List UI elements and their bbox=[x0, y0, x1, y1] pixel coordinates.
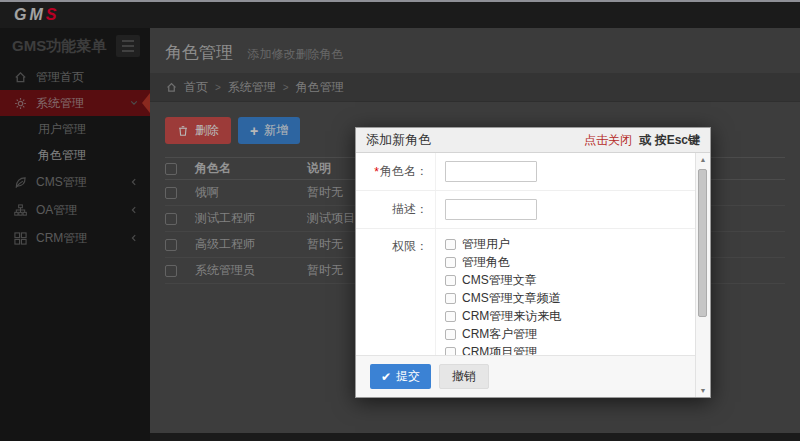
role-name-input[interactable] bbox=[445, 161, 537, 182]
modal-footer: ✔ 提交 撤销 bbox=[356, 355, 695, 397]
permission-item[interactable]: CRM管理来访来电 bbox=[445, 307, 561, 325]
check-icon: ✔ bbox=[381, 370, 391, 384]
role-name-label: * 角色名： bbox=[356, 153, 436, 190]
permission-checkbox[interactable] bbox=[445, 239, 456, 250]
permissions-label-text: 权限： bbox=[392, 238, 428, 255]
modal-body: * 角色名： 描述： 权限： 管理用户 管理角色 bbox=[356, 153, 695, 355]
modal-header: 添加新角色 点击关闭 或 按Esc键 bbox=[356, 128, 710, 153]
submit-button[interactable]: ✔ 提交 bbox=[370, 364, 431, 389]
required-mark: * bbox=[374, 165, 379, 179]
permission-label: CRM管理来访来电 bbox=[462, 308, 561, 325]
modal-close-area: 点击关闭 或 按Esc键 bbox=[584, 132, 700, 149]
scroll-down-icon[interactable]: ▼ bbox=[696, 387, 710, 394]
modal-close-hint: 或 按Esc键 bbox=[639, 133, 700, 147]
permission-checkbox[interactable] bbox=[445, 329, 456, 340]
permissions-list: 管理用户 管理角色 CMS管理文章 CMS管理文章频道 CRM管理来访来电 bbox=[445, 235, 561, 355]
permission-checkbox[interactable] bbox=[445, 311, 456, 322]
modal-close-link[interactable]: 点击关闭 bbox=[584, 133, 632, 147]
add-role-modal: 添加新角色 点击关闭 或 按Esc键 * 角色名： 描述： 权限： bbox=[355, 127, 711, 398]
permission-label: CMS管理文章频道 bbox=[462, 290, 561, 307]
permission-item[interactable]: 管理角色 bbox=[445, 253, 561, 271]
cancel-button-label: 撤销 bbox=[452, 369, 476, 383]
scrollbar-thumb[interactable] bbox=[698, 169, 707, 317]
scroll-up-icon[interactable]: ▲ bbox=[696, 156, 710, 163]
description-row: 描述： bbox=[356, 191, 695, 229]
permission-label: CRM客户管理 bbox=[462, 326, 537, 343]
cancel-button[interactable]: 撤销 bbox=[439, 364, 489, 389]
permission-checkbox[interactable] bbox=[445, 293, 456, 304]
permission-item[interactable]: CRM项目管理 bbox=[445, 343, 561, 355]
submit-button-label: 提交 bbox=[396, 368, 420, 385]
description-label-text: 描述： bbox=[392, 201, 428, 218]
permission-checkbox[interactable] bbox=[445, 275, 456, 286]
modal-scrollbar[interactable]: ▲ ▼ bbox=[695, 153, 710, 397]
description-label: 描述： bbox=[356, 191, 436, 228]
permission-label: CMS管理文章 bbox=[462, 272, 537, 289]
permission-label: 管理角色 bbox=[462, 254, 510, 271]
permission-item[interactable]: CMS管理文章 bbox=[445, 271, 561, 289]
permission-item[interactable]: 管理用户 bbox=[445, 235, 561, 253]
role-name-label-text: 角色名： bbox=[380, 163, 428, 180]
permission-label: 管理用户 bbox=[462, 236, 510, 253]
permission-item[interactable]: CMS管理文章频道 bbox=[445, 289, 561, 307]
permission-checkbox[interactable] bbox=[445, 347, 456, 356]
permissions-row: 权限： 管理用户 管理角色 CMS管理文章 CMS管理文章频道 bbox=[356, 229, 695, 355]
modal-title: 添加新角色 bbox=[366, 131, 431, 149]
permission-label: CRM项目管理 bbox=[462, 344, 537, 356]
description-input[interactable] bbox=[445, 199, 537, 220]
permissions-label: 权限： bbox=[356, 229, 436, 355]
permission-item[interactable]: CRM客户管理 bbox=[445, 325, 561, 343]
role-name-row: * 角色名： bbox=[356, 153, 695, 191]
permission-checkbox[interactable] bbox=[445, 257, 456, 268]
